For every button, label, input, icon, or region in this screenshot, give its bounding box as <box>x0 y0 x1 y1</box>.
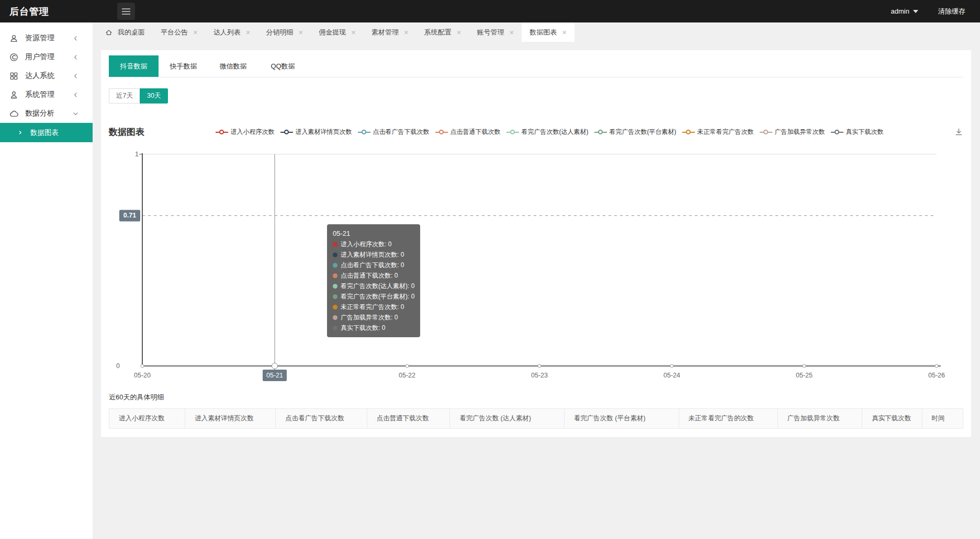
legend-item-广告加载异常次数[interactable]: 广告加载异常次数 <box>760 128 825 136</box>
clear-cache-button[interactable]: 清除缓存 <box>938 7 965 16</box>
tab-数据图表[interactable]: 数据图表 × <box>522 22 575 42</box>
chevron-left-icon <box>72 54 79 61</box>
legend-item-点击看广告下载次数[interactable]: 点击看广告下载次数 <box>358 128 430 136</box>
legend-label: 进入素材详情页次数 <box>296 128 352 136</box>
platform-tabs: 抖音数据快手数据微信数据QQ数据 <box>109 50 963 77</box>
chart-svg: 1005-2005-2105-2205-2305-2405-2505-260.7… <box>109 141 963 386</box>
tab-label: 分销明细 <box>266 28 294 37</box>
svg-text:1: 1 <box>135 151 139 158</box>
tab-label: 平台公告 <box>161 28 188 37</box>
legend-item-真实下载次数[interactable]: 真实下载次数 <box>831 128 884 136</box>
chevron-left-icon <box>72 73 79 79</box>
chart-area[interactable]: 1005-2005-2105-2205-2305-2405-2505-260.7… <box>109 141 963 386</box>
tab-label: 账号管理 <box>477 28 504 37</box>
detail-table-header: 看完广告次数 (达人素材) <box>450 409 565 429</box>
platform-tab-QQ数据[interactable]: QQ数据 <box>258 55 308 77</box>
topbar: 后台管理 admin 清除缓存 <box>0 0 980 22</box>
tab-label: 素材管理 <box>371 28 399 37</box>
platform-tab-抖音数据[interactable]: 抖音数据 <box>109 55 159 77</box>
sidebar-submenu: 数据图表 <box>0 123 93 142</box>
close-icon[interactable]: × <box>510 28 514 36</box>
platform-tab-微信数据[interactable]: 微信数据 <box>208 55 258 77</box>
legend-label: 真实下载次数 <box>846 128 884 136</box>
close-icon[interactable]: × <box>457 28 461 36</box>
svg-text:05-25: 05-25 <box>796 372 813 379</box>
legend-item-未正常看完广告次数[interactable]: 未正常看完广告次数 <box>682 128 754 136</box>
sidebar-subitem[interactable]: 数据图表 <box>0 123 93 142</box>
app-title: 后台管理 <box>9 5 49 18</box>
close-icon[interactable]: × <box>299 28 303 36</box>
sidebar-item-label: 数据分析 <box>25 109 54 118</box>
svg-text:05-23: 05-23 <box>531 372 548 379</box>
close-icon[interactable]: × <box>351 28 356 36</box>
sidebar-item-label: 达人系统 <box>25 71 54 81</box>
svg-text:0.71: 0.71 <box>123 212 136 219</box>
user-circle-icon <box>9 53 18 62</box>
tabbar: 我的桌面 平台公告 × 达人列表 × 分销明细 × 佣金提现 × 素材管理 × … <box>93 22 980 42</box>
series-marker-icon <box>682 130 695 134</box>
legend-label: 广告加载异常次数 <box>775 128 825 136</box>
sidebar-subitem-label: 数据图表 <box>30 128 59 137</box>
legend-label: 看完广告次数(平台素材) <box>610 128 677 136</box>
chart-legend: 进入小程序次数 进入素材详情页次数 点击看广告下载次数 点击普通下载次数 看完广… <box>155 128 944 136</box>
grid-icon <box>9 72 18 81</box>
tab-label: 我的桌面 <box>118 28 145 37</box>
legend-label: 点击普通下载次数 <box>450 128 501 136</box>
tab-label: 数据图表 <box>530 28 557 37</box>
detail-table-header: 真实下载次数 <box>862 409 922 429</box>
legend-label: 看完广告次数(达人素材) <box>522 128 589 136</box>
series-marker-icon <box>594 130 607 134</box>
user-badge-icon <box>9 90 18 99</box>
detail-table-title: 近60天的具体明细 <box>109 393 963 402</box>
detail-table: 进入小程序次数进入素材详情页次数点击看广告下载次数点击普通下载次数看完广告次数 … <box>109 408 963 429</box>
tab-label: 佣金提现 <box>319 28 346 37</box>
legend-item-看完广告次数(平台素材)[interactable]: 看完广告次数(平台素材) <box>594 128 677 136</box>
range-button-近7天[interactable]: 近7天 <box>109 88 140 104</box>
legend-label: 未正常看完广告次数 <box>697 128 754 136</box>
sidebar-toggle-button[interactable] <box>117 3 135 20</box>
tab-分销明细[interactable]: 分销明细 × <box>258 22 311 42</box>
tab-系统配置[interactable]: 系统配置 × <box>416 22 469 42</box>
topbar-right: admin 清除缓存 <box>891 7 965 16</box>
sidebar-item-2[interactable]: 达人系统 <box>0 66 93 85</box>
sidebar-menu: 资源管理 用户管理 达人系统 系统管理 数据分析 <box>0 22 93 123</box>
sidebar-item-1[interactable]: 用户管理 <box>0 48 93 66</box>
user-menu[interactable]: admin <box>891 7 918 15</box>
tab-佣金提现[interactable]: 佣金提现 × <box>311 22 364 42</box>
platform-tab-快手数据[interactable]: 快手数据 <box>159 55 208 77</box>
sidebar-item-3[interactable]: 系统管理 <box>0 85 93 104</box>
svg-text:0: 0 <box>116 362 120 370</box>
legend-label: 点击看广告下载次数 <box>373 128 430 136</box>
tab-素材管理[interactable]: 素材管理 × <box>364 22 416 42</box>
legend-item-进入素材详情页次数[interactable]: 进入素材详情页次数 <box>280 128 352 136</box>
tab-账号管理[interactable]: 账号管理 × <box>469 22 522 42</box>
tab-达人列表[interactable]: 达人列表 × <box>206 22 258 42</box>
chevron-left-icon <box>72 35 79 42</box>
close-icon[interactable]: × <box>246 28 251 36</box>
range-button-30天[interactable]: 30天 <box>140 88 168 104</box>
detail-table-header: 点击普通下载次数 <box>367 409 449 429</box>
tab-我的桌面[interactable]: 我的桌面 <box>97 22 153 42</box>
close-icon[interactable]: × <box>193 28 198 36</box>
chart-title: 数据图表 <box>109 126 144 138</box>
legend-item-看完广告次数(达人素材)[interactable]: 看完广告次数(达人素材) <box>506 128 589 136</box>
legend-item-点击普通下载次数[interactable]: 点击普通下载次数 <box>435 128 501 136</box>
sidebar-item-0[interactable]: 资源管理 <box>0 29 93 48</box>
legend-item-进入小程序次数[interactable]: 进入小程序次数 <box>216 128 275 136</box>
arrow-right-icon <box>17 130 23 135</box>
tab-平台公告[interactable]: 平台公告 × <box>153 22 206 42</box>
detail-table-header: 未正常看完广告的次数 <box>679 409 778 429</box>
svg-text:05-20: 05-20 <box>134 372 151 379</box>
legend-label: 进入小程序次数 <box>231 128 275 136</box>
caret-down-icon <box>913 10 918 13</box>
close-icon[interactable]: × <box>404 28 409 36</box>
close-icon[interactable]: × <box>562 28 567 36</box>
chevron-down-icon <box>72 110 79 117</box>
sidebar-item-4[interactable]: 数据分析 <box>0 104 93 123</box>
series-marker-icon <box>435 130 448 134</box>
sidebar-item-label: 系统管理 <box>25 90 54 99</box>
download-icon[interactable] <box>954 128 963 136</box>
svg-text:05-24: 05-24 <box>663 372 680 379</box>
user-icon <box>9 34 18 43</box>
detail-table-header-row: 进入小程序次数进入素材详情页次数点击看广告下载次数点击普通下载次数看完广告次数 … <box>109 409 963 429</box>
